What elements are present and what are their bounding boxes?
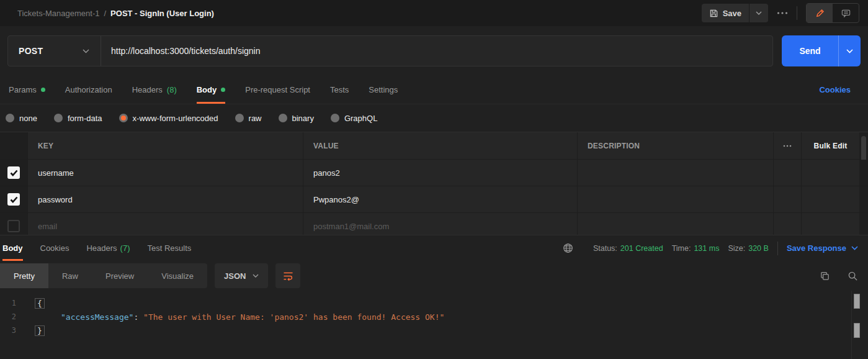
wrap-lines-button[interactable] xyxy=(275,263,300,288)
language-selector[interactable]: JSON xyxy=(215,263,268,288)
description-input[interactable] xyxy=(578,213,774,235)
line-number: 2 xyxy=(0,312,25,321)
body-type-form-data-label: form-data xyxy=(68,114,102,123)
description-input[interactable] xyxy=(578,186,774,213)
table-header-row: KEY VALUE DESCRIPTION Bulk Edit xyxy=(0,132,868,160)
value-input[interactable]: Pwpanos2@ xyxy=(303,186,578,213)
tab-params-label: Params xyxy=(9,85,37,94)
response-tab-body[interactable]: Body xyxy=(2,235,23,261)
response-tab-body-label: Body xyxy=(2,243,23,253)
request-tabs: Params Authorization Headers (8) Body Pr… xyxy=(0,76,868,104)
save-response-button[interactable]: Save Response xyxy=(787,243,858,253)
more-actions-button[interactable] xyxy=(777,12,788,14)
column-options-button[interactable] xyxy=(774,132,802,160)
radio-icon xyxy=(331,114,339,122)
breadcrumb: Tickets-Management-1 / POST - SignIn (Us… xyxy=(17,9,214,18)
scrollbar-track xyxy=(851,291,852,359)
save-options-chevron[interactable] xyxy=(749,4,768,22)
checkbox-checked[interactable] xyxy=(7,166,20,179)
checkbox-unchecked[interactable] xyxy=(7,220,20,232)
value-input[interactable]: postman1@mail.com xyxy=(303,213,578,235)
send-button-group: Send xyxy=(782,35,861,66)
cookies-link[interactable]: Cookies xyxy=(819,76,851,104)
response-tab-test-results[interactable]: Test Results xyxy=(148,235,192,261)
row-checkbox-cell xyxy=(0,213,28,235)
network-globe-icon[interactable] xyxy=(563,243,573,253)
method-selector[interactable]: POST xyxy=(8,36,101,66)
body-type-none[interactable]: none xyxy=(6,114,37,123)
url-field: POST http://localhost:3000/tickets/auth/… xyxy=(7,35,773,66)
comments-button[interactable] xyxy=(833,4,859,22)
body-type-graphql[interactable]: GraphQL xyxy=(331,114,377,123)
url-input[interactable]: http://localhost:3000/tickets/auth/signi… xyxy=(101,46,772,56)
tab-headers-label: Headers xyxy=(132,85,163,94)
copy-response-button[interactable] xyxy=(820,271,830,281)
row-scroll-cell xyxy=(859,213,868,235)
tab-headers[interactable]: Headers (8) xyxy=(132,76,177,104)
response-tab-cookies-label: Cookies xyxy=(40,243,69,253)
row-bulk-cell xyxy=(802,160,859,186)
tab-authorization[interactable]: Authorization xyxy=(65,76,112,104)
breadcrumb-collection[interactable]: Tickets-Management-1 xyxy=(17,9,99,18)
radio-icon xyxy=(279,114,287,122)
response-headers-count-badge: (7) xyxy=(120,243,130,253)
tab-settings[interactable]: Settings xyxy=(369,76,398,104)
json-key: "accessMessage" xyxy=(61,312,133,322)
search-response-button[interactable] xyxy=(848,271,858,281)
line-number: 3 xyxy=(0,326,25,335)
language-label: JSON xyxy=(224,271,246,281)
tab-body[interactable]: Body xyxy=(197,76,226,104)
table-row: username panos2 xyxy=(0,160,868,186)
key-input[interactable]: password xyxy=(28,186,303,213)
view-preview-button[interactable]: Preview xyxy=(92,263,148,288)
tab-params[interactable]: Params xyxy=(9,76,45,104)
key-input[interactable]: email xyxy=(28,213,303,235)
view-visualize-button[interactable]: Visualize xyxy=(148,263,207,288)
response-body-editor[interactable]: 1 { 2 "accessMessage" : "The user with U… xyxy=(0,291,868,359)
tab-pre-request-script[interactable]: Pre-request Script xyxy=(245,76,310,104)
row-checkbox-cell xyxy=(0,186,28,213)
save-button-group: Save xyxy=(702,4,768,22)
view-raw-button[interactable]: Raw xyxy=(48,263,92,288)
method-label: POST xyxy=(19,46,43,56)
open-brace: { xyxy=(35,298,45,309)
checkbox-checked[interactable] xyxy=(7,193,20,206)
view-pretty-button[interactable]: Pretty xyxy=(0,263,48,288)
code-line: 1 { xyxy=(0,296,868,310)
response-toolbar-right xyxy=(820,271,858,281)
edit-mode-button[interactable] xyxy=(807,4,833,22)
time-value: 131 ms xyxy=(694,244,719,253)
response-meta: Status: 201 Created Time: 131 ms Size: 3… xyxy=(563,235,858,261)
tab-tests[interactable]: Tests xyxy=(330,76,349,104)
response-tab-cookies[interactable]: Cookies xyxy=(40,235,69,261)
params-active-dot xyxy=(41,88,45,92)
body-type-none-label: none xyxy=(19,114,37,123)
value-input[interactable]: panos2 xyxy=(303,160,578,186)
body-type-binary-label: binary xyxy=(292,114,314,123)
breadcrumb-request-name: POST - SignIn (User Login) xyxy=(110,9,214,18)
chevron-down-icon xyxy=(851,246,858,250)
json-string-value: "The user with User Name: 'panos2' has b… xyxy=(143,312,444,322)
editor-scrollbar-thumb[interactable] xyxy=(854,294,860,309)
body-type-raw[interactable]: raw xyxy=(235,114,262,123)
ellipsis-icon xyxy=(777,12,788,14)
panel-scrollbar-thumb[interactable] xyxy=(854,323,860,338)
tab-body-label: Body xyxy=(197,85,217,94)
send-options-chevron[interactable] xyxy=(838,35,861,66)
row-actions-cell xyxy=(774,213,802,235)
bulk-edit-button[interactable]: Bulk Edit xyxy=(802,132,859,160)
description-input[interactable] xyxy=(578,160,774,186)
tab-settings-label: Settings xyxy=(369,85,398,94)
table-row: email postman1@mail.com xyxy=(0,213,868,235)
ellipsis-icon xyxy=(783,145,792,147)
save-response-label: Save Response xyxy=(787,243,846,253)
row-checkbox-cell xyxy=(0,160,28,186)
save-button[interactable]: Save xyxy=(702,4,749,22)
breadcrumb-separator: / xyxy=(104,9,106,18)
key-input[interactable]: username xyxy=(28,160,303,186)
body-type-urlencoded[interactable]: x-www-form-urlencoded xyxy=(119,114,218,123)
send-button[interactable]: Send xyxy=(782,35,838,66)
body-type-binary[interactable]: binary xyxy=(279,114,314,123)
response-tab-headers[interactable]: Headers (7) xyxy=(86,235,130,261)
body-type-form-data[interactable]: form-data xyxy=(54,114,102,123)
